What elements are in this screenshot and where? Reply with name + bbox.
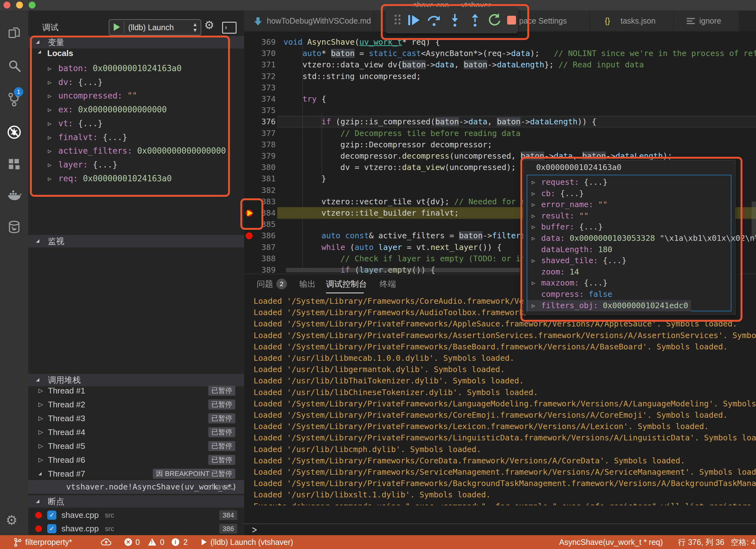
- open-console-icon[interactable]: ›: [222, 22, 237, 34]
- popup-variable-row[interactable]: ▷buffer: {...}: [527, 221, 730, 233]
- variable-row[interactable]: ▷ex: 0x0000000000000000: [28, 103, 244, 117]
- chevron-collapsed-icon[interactable]: ▷: [38, 411, 43, 425]
- chevron-collapsed-icon[interactable]: ▷: [48, 158, 51, 172]
- explorer-icon[interactable]: [7, 25, 22, 40]
- launch-status[interactable]: (lldb) Launch (vtshaver): [210, 535, 293, 549]
- breakpoint-checkbox[interactable]: ✓: [47, 524, 56, 533]
- breakpoint-icon[interactable]: [246, 232, 253, 239]
- horizontal-scrollbar[interactable]: [286, 268, 520, 272]
- tab-tasks-json[interactable]: {} tasks.json: [590, 10, 674, 31]
- code-line[interactable]: 378 gzip::Decompressor decompressor;: [244, 139, 756, 151]
- chevron-expanded-icon[interactable]: [38, 472, 42, 475]
- dropdown-arrows-icon[interactable]: ▲▼: [192, 22, 198, 33]
- minimize-window-icon[interactable]: [16, 2, 23, 9]
- chevron-collapsed-icon[interactable]: ▷: [532, 199, 535, 210]
- variable-row[interactable]: ▷baton: 0x00000001024163a0: [28, 61, 244, 75]
- variable-row[interactable]: ▷uncompressed: "": [28, 89, 244, 103]
- launch-config-dropdown[interactable]: (lldb) Launch ▲▼: [109, 19, 201, 36]
- configure-gear-icon[interactable]: ⚙: [204, 19, 214, 32]
- chevron-collapsed-icon[interactable]: ▷: [532, 221, 535, 233]
- popup-variable-row[interactable]: zoom: 14: [527, 266, 730, 277]
- indent-setting[interactable]: 空格: 4: [731, 535, 755, 549]
- chevron-collapsed-icon[interactable]: ▷: [38, 384, 43, 397]
- launch-play-icon[interactable]: [202, 539, 207, 545]
- panel-tab-problems[interactable]: 问题: [257, 274, 273, 294]
- settings-gear-icon[interactable]: ⚙: [6, 512, 18, 528]
- chevron-collapsed-icon[interactable]: ▷: [532, 177, 535, 188]
- chevron-collapsed-icon[interactable]: ▷: [38, 397, 43, 411]
- console-prompt[interactable]: >: [252, 523, 257, 536]
- chevron-collapsed-icon[interactable]: ▷: [48, 61, 51, 75]
- code-line[interactable]: 374 try {: [244, 93, 756, 105]
- section-watch[interactable]: 监视: [28, 235, 244, 248]
- sync-icon[interactable]: [101, 538, 112, 546]
- section-variables[interactable]: 变量: [28, 36, 244, 49]
- popup-variable-row[interactable]: ▷data: 0x0000000103053328 "\x1a\xb1\x01x…: [527, 233, 730, 244]
- variable-row[interactable]: ▷active_filters: 0x0000000000000000: [28, 144, 244, 158]
- chevron-collapsed-icon[interactable]: ▷: [38, 439, 43, 453]
- debug-icon[interactable]: [7, 125, 22, 140]
- variable-row[interactable]: ▷layer: {...}: [28, 158, 244, 172]
- step-into-icon[interactable]: [447, 13, 462, 28]
- code-line[interactable]: 370 auto* baton = static_cast<AsyncBaton…: [244, 48, 756, 59]
- database-icon[interactable]: [7, 220, 22, 235]
- chevron-collapsed-icon[interactable]: ▷: [48, 103, 51, 117]
- popup-variable-row[interactable]: compress: false: [527, 289, 730, 300]
- tab-howtodebug-md[interactable]: howToDebugWithVSCode.md: [244, 10, 374, 31]
- popup-variable-row[interactable]: dataLength: 180: [527, 244, 730, 255]
- chevron-collapsed-icon[interactable]: ▷: [532, 188, 535, 199]
- chevron-collapsed-icon[interactable]: ▷: [48, 144, 51, 158]
- step-over-icon[interactable]: [427, 13, 442, 28]
- code-line[interactable]: 377 // Decompress tile before reading da…: [244, 128, 756, 139]
- extensions-icon[interactable]: [7, 156, 22, 171]
- code-line[interactable]: 375: [244, 105, 756, 116]
- cursor-position[interactable]: 行 376, 列 36: [678, 535, 724, 549]
- errors-icon[interactable]: ✕: [124, 538, 132, 546]
- locals-scope-label[interactable]: Locals: [47, 49, 73, 58]
- popup-variable-row[interactable]: ▷request: {...}: [527, 177, 730, 188]
- drag-grip-icon[interactable]: [390, 13, 405, 28]
- breakpoint-row[interactable]: ✓shave.cppsrc384: [28, 508, 244, 522]
- chevron-collapsed-icon[interactable]: ▷: [532, 233, 535, 244]
- chevron-collapsed-icon[interactable]: ▷: [38, 425, 43, 439]
- panel-tab-terminal[interactable]: 终端: [380, 274, 396, 294]
- thread-row[interactable]: ▷Thread #6已暂停: [28, 453, 244, 467]
- thread-row[interactable]: ▷Thread #5已暂停: [28, 439, 244, 453]
- breakpoint-checkbox[interactable]: ✓: [47, 511, 56, 520]
- chevron-collapsed-icon[interactable]: ▷: [38, 453, 43, 467]
- continue-icon[interactable]: [406, 13, 421, 28]
- info-count[interactable]: 2: [183, 535, 188, 549]
- tab-ignore[interactable]: ignore: [674, 10, 739, 31]
- thread-row[interactable]: ▷Thread #4已暂停: [28, 425, 244, 439]
- code-line[interactable]: 373: [244, 82, 756, 94]
- info-icon[interactable]: i: [172, 538, 179, 546]
- popup-variable-row[interactable]: ▷maxzoom: {...}: [527, 277, 730, 289]
- thread-row[interactable]: ▷Thread #3已暂停: [28, 411, 244, 425]
- stop-icon[interactable]: [504, 13, 519, 28]
- chevron-collapsed-icon[interactable]: ▷: [48, 75, 51, 89]
- code-line[interactable]: 369void AsyncShave(uv_work_t* req) {: [244, 36, 756, 48]
- code-line[interactable]: 372 std::string uncompressed;: [244, 71, 756, 82]
- popup-variable-row[interactable]: ▷error_name: "": [527, 199, 730, 210]
- current-symbol[interactable]: AsyncShave(uv_work_t * req): [559, 535, 663, 549]
- branch-name[interactable]: filterproperty*: [25, 535, 72, 549]
- code-line[interactable]: 371 vtzero::data_view dv{baton->data, ba…: [244, 59, 756, 71]
- start-debug-icon[interactable]: [114, 23, 120, 31]
- section-breakpoints[interactable]: 断点: [28, 495, 244, 508]
- step-out-icon[interactable]: [467, 13, 483, 28]
- chevron-collapsed-icon[interactable]: ▷: [48, 117, 51, 130]
- chevron-collapsed-icon[interactable]: ▷: [532, 255, 535, 266]
- popup-variable-row[interactable]: ▷filters_obj: 0x000000010241edc0: [527, 300, 691, 311]
- maximize-window-icon[interactable]: [29, 2, 36, 9]
- chevron-collapsed-icon[interactable]: ▷: [532, 210, 535, 222]
- panel-tab-debug-console[interactable]: 调试控制台: [326, 274, 367, 294]
- popup-variable-row[interactable]: ▷shaved_tile: {...}: [527, 255, 730, 266]
- close-window-icon[interactable]: [3, 2, 10, 9]
- chevron-collapsed-icon[interactable]: ▷: [48, 172, 51, 186]
- chevron-collapsed-icon[interactable]: ▷: [48, 130, 51, 144]
- warnings-icon[interactable]: !: [148, 538, 156, 546]
- popup-variable-row[interactable]: ▷result: "": [527, 210, 730, 222]
- thread-row[interactable]: ▷Thread #2已暂停: [28, 397, 244, 411]
- variable-row[interactable]: ▷req: 0x00000001024163a0: [28, 172, 244, 186]
- restart-icon[interactable]: [487, 13, 502, 28]
